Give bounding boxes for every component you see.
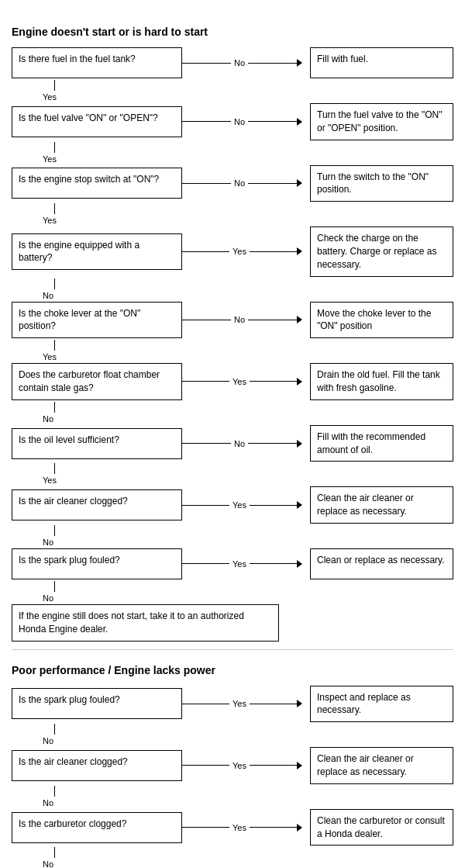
arrow-p2: Yes <box>182 761 302 770</box>
arrow-q8: Yes <box>182 500 302 510</box>
down-connector-q6 <box>54 400 453 414</box>
flow-item-q6: Does the carburetor float chamber contai… <box>12 363 453 425</box>
flow-main-row-q4: Is the engine equipped with a battery? Y… <box>12 227 453 276</box>
v-line-q5 <box>54 340 55 351</box>
flow-main-row-p2: Is the air cleaner clogged? Yes Clean th… <box>12 747 453 784</box>
arrow-q2: No <box>182 117 302 126</box>
flow-item-q3: Is the engine stop switch at "ON"? No Tu… <box>12 165 453 227</box>
arrow-tip-p1 <box>297 700 302 707</box>
down-connector-q9 <box>54 579 453 593</box>
h-line-q1 <box>182 63 231 64</box>
h-line-q5b <box>248 320 297 320</box>
down-connector-p1 <box>54 722 453 736</box>
down-label-q7: Yes <box>43 475 453 485</box>
answer-box-p3: Clean the carburetor or consult a Honda … <box>310 809 453 846</box>
v-line-q4 <box>54 278 55 289</box>
down-connector-q4 <box>54 277 453 291</box>
flow-item-q2: Is the fuel valve "ON" or "OPEN"? No Tur… <box>12 103 453 165</box>
flow-main-row-q3: Is the engine stop switch at "ON"? No Tu… <box>12 165 453 202</box>
h-line-q3 <box>182 183 231 184</box>
arrow-label-p2: Yes <box>232 761 246 770</box>
question-box-q2: Is the fuel valve "ON" or "OPEN"? <box>12 106 182 137</box>
answer-box-p2: Clean the air cleaner or replace as nece… <box>310 747 453 784</box>
answer-box-q1: Fill with fuel. <box>310 47 453 78</box>
arrow-tip-q4 <box>297 247 302 255</box>
question-box-p3: Is the carburetor clogged? <box>12 812 182 843</box>
final-row-s1: If the engine still does not start, take… <box>12 604 453 641</box>
down-label-q8: No <box>43 538 453 547</box>
h-line-p1 <box>182 704 229 704</box>
arrow-label-q5: No <box>234 315 245 324</box>
question-box-q3: Is the engine stop switch at "ON"? <box>12 168 182 199</box>
answer-box-p1: Inspect and replace as necessary. <box>310 686 453 723</box>
h-line-q6 <box>182 381 229 382</box>
down-connector-p3 <box>54 846 453 859</box>
question-box-q1: Is there fuel in the fuel tank? <box>12 47 182 78</box>
arrow-label-q9: Yes <box>232 559 246 569</box>
down-label-q2: Yes <box>43 154 453 164</box>
down-connector-q1 <box>54 78 453 92</box>
h-line-q5 <box>182 320 231 320</box>
v-line-q2 <box>54 142 55 153</box>
arrow-q7: No <box>182 439 302 448</box>
h-line-q3b <box>248 183 297 184</box>
arrow-q9: Yes <box>182 559 302 569</box>
arrow-tip-q3 <box>297 179 302 187</box>
h-line-q6b <box>250 381 297 382</box>
h-line-q7b <box>248 443 297 444</box>
answer-box-q2: Turn the fuel valve to the "ON" or "OPEN… <box>310 103 453 140</box>
v-line-q7 <box>54 463 55 474</box>
section1-title: Engine doesn't start or is hard to start <box>12 26 453 38</box>
v-line-q3 <box>54 203 55 214</box>
arrow-label-q2: No <box>234 117 245 126</box>
flow-main-row-p1: Is the spark plug fouled? Yes Inspect an… <box>12 686 453 723</box>
h-line-q9b <box>250 563 297 564</box>
h-line-q7 <box>182 443 231 444</box>
arrow-label-q3: No <box>234 178 245 188</box>
answer-box-q3: Turn the switch to the "ON" position. <box>310 165 453 202</box>
arrow-tip-p3 <box>297 824 302 832</box>
arrow-tip-p2 <box>297 762 302 769</box>
h-line-q2b <box>248 121 297 122</box>
h-line-q4 <box>182 251 229 252</box>
h-line-p1b <box>250 704 297 704</box>
section2: Poor performance / Engine lacks power Is… <box>12 664 453 868</box>
arrow-q4: Yes <box>182 247 302 256</box>
question-box-q8: Is the air cleaner clogged? <box>12 489 182 520</box>
arrow-label-q7: No <box>234 439 245 448</box>
down-label-p3: No <box>43 859 453 868</box>
arrow-label-q1: No <box>234 58 245 67</box>
question-box-q9: Is the spark plug fouled? <box>12 548 182 579</box>
arrow-label-p3: Yes <box>232 823 246 832</box>
v-line-p3 <box>54 847 55 858</box>
h-line-q4b <box>250 251 297 252</box>
arrow-tip-q9 <box>297 560 302 568</box>
h-line-q1b <box>248 63 297 64</box>
question-box-q6: Does the carburetor float chamber contai… <box>12 363 182 400</box>
answer-box-q4: Check the charge on the battery. Charge … <box>310 227 453 276</box>
arrow-tip-q8 <box>297 501 302 509</box>
down-label-p2: No <box>43 798 453 807</box>
arrow-label-q6: Yes <box>232 377 246 386</box>
answer-box-q8: Clean the air cleaner or replace as nece… <box>310 486 453 524</box>
arrow-q5: No <box>182 315 302 324</box>
v-line-p1 <box>54 724 55 735</box>
arrow-p1: Yes <box>182 699 302 708</box>
flow-item-q7: Is the oil level sufficient? No Fill wit… <box>12 425 453 487</box>
v-line-p2 <box>54 786 55 797</box>
flow-main-row-p3: Is the carburetor clogged? Yes Clean the… <box>12 809 453 846</box>
arrow-p3: Yes <box>182 823 302 832</box>
flow-item-p1: Is the spark plug fouled? Yes Inspect an… <box>12 686 453 748</box>
arrow-tip-q7 <box>297 440 302 448</box>
arrow-q3: No <box>182 178 302 188</box>
flow-main-row-q8: Is the air cleaner clogged? Yes Clean th… <box>12 486 453 524</box>
question-box-q5: Is the choke lever at the "ON" position? <box>12 302 182 339</box>
h-line-p2 <box>182 765 229 766</box>
h-line-p3 <box>182 827 229 828</box>
flow-item-p2: Is the air cleaner clogged? Yes Clean th… <box>12 747 453 809</box>
arrow-q1: No <box>182 58 302 67</box>
flow-item-q4: Is the engine equipped with a battery? Y… <box>12 227 453 301</box>
flow-main-row-q2: Is the fuel valve "ON" or "OPEN"? No Tur… <box>12 103 453 140</box>
flow-item-q1: Is there fuel in the fuel tank? No Fill … <box>12 47 453 103</box>
arrow-label-q4: Yes <box>232 247 246 256</box>
